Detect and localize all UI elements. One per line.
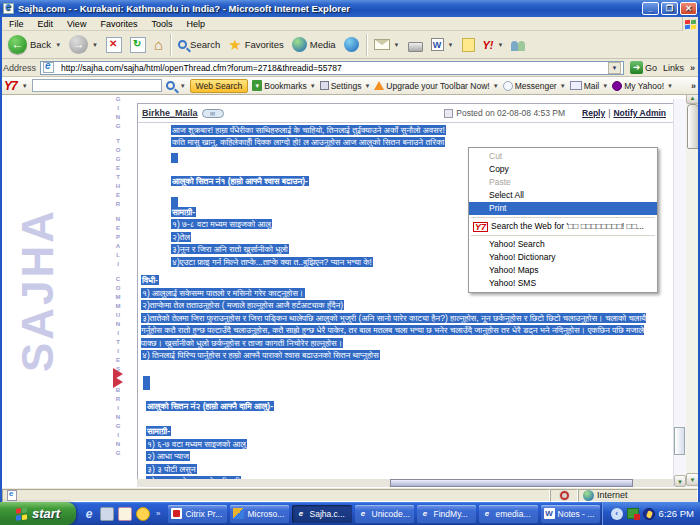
notify-admin-link[interactable]: Notify Admin <box>613 108 666 118</box>
mail-dropdown-icon[interactable]: ▼ <box>602 83 608 89</box>
menu-tools[interactable]: Tools <box>144 19 179 29</box>
context-print[interactable]: Print <box>469 202 657 215</box>
links-label[interactable]: Links <box>663 63 684 73</box>
refresh-button[interactable]: ↻ <box>126 33 150 57</box>
horizontal-scrollbar-thumb[interactable] <box>390 479 633 487</box>
menu-edit[interactable]: Edit <box>31 19 61 29</box>
forward-button[interactable]: → ▼ <box>65 33 102 57</box>
context-select-all[interactable]: Select All <box>469 189 657 202</box>
settings-button[interactable]: Settings ▼ <box>320 81 371 91</box>
yahoo-dropdown-icon[interactable]: ▼ <box>498 42 504 48</box>
context-yahoo-sms[interactable]: Yahoo! SMS <box>469 277 657 290</box>
tray-aim-icon[interactable] <box>643 508 655 520</box>
content-scrollbar[interactable]: ▼ <box>673 99 686 487</box>
mail-menu-button[interactable]: Mail ▼ <box>570 81 609 91</box>
quicklaunch-ie-icon[interactable]: e <box>82 507 96 521</box>
edit-with-word-button[interactable]: W ▼ <box>427 33 458 57</box>
messenger-button[interactable] <box>507 33 530 57</box>
post-header: Birkhe_Maila ✉ Posted on 02-08-08 4:53 P… <box>138 104 673 123</box>
tagline-letter: E <box>116 224 120 233</box>
context-copy[interactable]: Copy <box>469 163 657 176</box>
messenger-menu-button[interactable]: Messenger ▼ <box>503 81 566 91</box>
task-findmy[interactable]: e FindMy... <box>417 505 476 523</box>
address-dropdown-icon[interactable]: ▼ <box>608 62 621 74</box>
go-button[interactable]: ➜ Go <box>628 61 659 74</box>
menu-file[interactable]: File <box>2 19 31 29</box>
post-author-link[interactable]: Birkhe_Maila <box>142 108 198 118</box>
content-scrollbar-thumb[interactable] <box>674 427 685 455</box>
print-button[interactable] <box>404 33 427 57</box>
ybar-overflow-chevron[interactable]: » <box>691 81 696 91</box>
tagline-letter: M <box>116 293 121 302</box>
edit-dropdown-icon[interactable]: ▼ <box>448 42 454 48</box>
tagline-letter: I <box>117 329 119 338</box>
quicklaunch-overflow-chevron[interactable]: » <box>156 509 160 518</box>
home-button[interactable]: ⌂ <box>150 33 167 57</box>
settings-dropdown-icon[interactable]: ▼ <box>364 83 370 89</box>
task-emedia[interactable]: e emedia... <box>479 505 538 523</box>
yahoo-logo-button[interactable]: Y7 <box>4 79 17 93</box>
quicklaunch-notepad-icon[interactable] <box>118 507 132 521</box>
search-button[interactable]: Search <box>174 33 224 57</box>
upgrade-dropdown-icon[interactable]: ▼ <box>493 83 499 89</box>
context-cut[interactable]: Cut <box>469 150 657 163</box>
links-chevron-icon[interactable]: » <box>690 63 695 73</box>
context-yahoo-dictionary[interactable]: Yahoo! Dictionary <box>469 251 657 264</box>
messenger-icon <box>511 38 526 51</box>
context-yahoo-search[interactable]: Yahoo! Search <box>469 238 657 251</box>
restore-button[interactable]: ❐ <box>661 2 678 15</box>
reply-link[interactable]: Reply <box>582 108 605 118</box>
menu-help[interactable]: Help <box>179 19 212 29</box>
yahoo-magnifier-icon[interactable] <box>166 81 175 90</box>
start-button[interactable]: start <box>0 502 76 525</box>
post-section-heading: आलुको सितन नं२ (हाम्रो आफ्नै दामि आलु)- <box>146 401 673 413</box>
minimize-button[interactable]: _ <box>642 2 659 15</box>
history-button[interactable] <box>340 33 363 57</box>
stop-button[interactable]: ✕ <box>102 33 126 57</box>
menu-favorites[interactable]: Favorites <box>93 19 144 29</box>
media-button[interactable]: Media <box>288 33 340 57</box>
messenger-dropdown-icon[interactable]: ▼ <box>560 83 566 89</box>
menu-view[interactable]: View <box>60 19 93 29</box>
task-unicode[interactable]: e Unicode... <box>355 505 414 523</box>
bookmarks-button[interactable]: ▾ Bookmarks ▼ <box>252 80 315 91</box>
context-yahoo-maps[interactable]: Yahoo! Maps <box>469 264 657 277</box>
bookmarks-label: Bookmarks <box>264 81 307 91</box>
yahoo-search-input[interactable] <box>32 79 162 92</box>
tagline-letter: G <box>116 155 121 164</box>
context-search-web[interactable]: Y7 Search the Web for '□□ □□□□□□□□! □□..… <box>469 220 657 233</box>
task-notes[interactable]: W Notes - ... <box>541 505 600 523</box>
tagline-letter: G <box>116 95 121 104</box>
upgrade-toolbar-button[interactable]: Upgrade your Toolbar Now! ▼ <box>374 81 498 91</box>
search-icon <box>178 40 187 49</box>
task-microsoft[interactable]: Microso... <box>230 505 289 523</box>
quicklaunch-desktop-icon[interactable] <box>100 507 114 521</box>
my-yahoo-dropdown-icon[interactable]: ▼ <box>667 83 673 89</box>
horizontal-scrollbar[interactable] <box>137 479 673 487</box>
context-paste[interactable]: Paste <box>469 176 657 189</box>
back-button[interactable]: ← Back ▼ <box>4 33 65 57</box>
favorites-button[interactable]: ★ Favorites <box>224 33 288 57</box>
close-button[interactable]: ✕ <box>680 2 697 15</box>
task-sajha[interactable]: e Sajha.c... <box>292 505 351 523</box>
forward-dropdown-icon[interactable]: ▼ <box>92 42 98 48</box>
tray-network-icon[interactable] <box>627 508 639 519</box>
back-dropdown-icon[interactable]: ▼ <box>55 42 61 48</box>
yahoo-logo-dropdown-icon[interactable]: ▼ <box>22 83 28 89</box>
yahoo-services-button[interactable]: Y! ▼ <box>479 33 508 57</box>
bookmarks-dropdown-icon[interactable]: ▼ <box>310 83 316 89</box>
mail-button[interactable]: ▼ <box>370 33 404 57</box>
back-label: Back <box>30 39 51 50</box>
my-yahoo-button[interactable]: My Yahoo! ▼ <box>612 81 673 91</box>
task-citrix[interactable]: Citrix Pr... <box>168 505 227 523</box>
quicklaunch-messenger-icon[interactable] <box>136 507 150 521</box>
posted-timestamp: Posted on 02-08-08 4:53 PM <box>456 108 565 118</box>
yahoo-magnifier-dropdown-icon[interactable]: ▼ <box>180 83 186 89</box>
web-search-button[interactable]: Web Search <box>190 79 249 93</box>
send-message-icon[interactable]: ✉ <box>202 109 224 118</box>
discuss-button[interactable] <box>458 33 479 57</box>
mail-dropdown-icon[interactable]: ▼ <box>394 42 400 48</box>
content-scroll-down-button[interactable]: ▼ <box>674 475 686 487</box>
address-input[interactable]: http://sajha.com/sajha/html/openThread.c… <box>40 61 624 75</box>
tray-collapse-chevron[interactable]: ‹ <box>611 508 623 520</box>
